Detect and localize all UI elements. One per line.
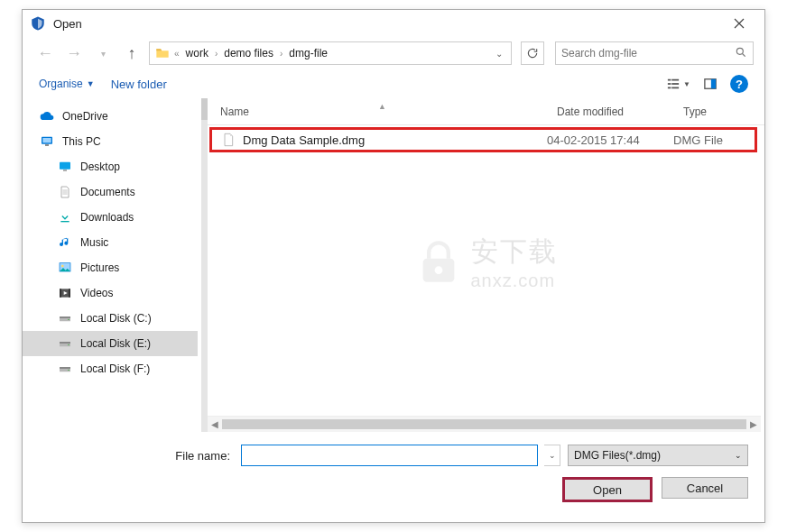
svg-point-0	[736, 48, 743, 54]
svg-rect-19	[69, 289, 70, 297]
svg-rect-21	[60, 316, 70, 318]
scroll-left-icon[interactable]: ◀	[208, 419, 222, 429]
search-box[interactable]	[555, 41, 754, 65]
window-title: Open	[53, 17, 721, 31]
tree-item-label: Desktop	[80, 161, 120, 173]
filename-row: File name: ⌄ DMG Files(*.dmg) ⌄	[23, 445, 748, 466]
watermark: 安下载 anxz.com	[415, 234, 558, 291]
tree-item-label: This PC	[62, 135, 101, 148]
download-icon	[57, 209, 73, 225]
filename-label: File name:	[23, 449, 234, 463]
splitter[interactable]	[199, 98, 208, 432]
organise-menu[interactable]: Organise ▼	[39, 78, 95, 90]
tree-item-music[interactable]: Music	[23, 230, 198, 255]
breadcrumb-item[interactable]: dmg-file	[285, 47, 331, 60]
breadcrumb[interactable]: « work › demo files › dmg-file ⌄	[149, 41, 512, 65]
disk-icon	[57, 361, 73, 377]
breadcrumb-item[interactable]: demo files	[220, 47, 277, 60]
tree-item-local-disk-e-[interactable]: Local Disk (E:)	[23, 331, 198, 356]
chevron-right-icon: ›	[212, 49, 220, 59]
nav-back-button[interactable]: ←	[33, 41, 57, 65]
folder-icon	[153, 45, 171, 61]
new-folder-button[interactable]: New folder	[111, 78, 167, 91]
nav-up-button[interactable]: ↑	[120, 41, 144, 65]
svg-point-16	[61, 265, 64, 268]
tree-item-videos[interactable]: Videos	[23, 280, 198, 306]
svg-rect-27	[60, 367, 70, 369]
button-row: Open Cancel	[23, 477, 748, 502]
tree-item-label: Pictures	[80, 261, 119, 274]
video-icon	[57, 285, 73, 301]
horizontal-scrollbar[interactable]: ◀ ▶	[208, 416, 761, 432]
file-type: DMG File	[673, 133, 755, 147]
column-name-label: Name	[220, 105, 249, 118]
open-button[interactable]: Open	[562, 477, 653, 502]
watermark-cn: 安下载	[471, 234, 558, 271]
titlebar: Open	[23, 10, 764, 37]
view-options-button[interactable]: ▼	[666, 78, 690, 90]
svg-rect-6	[671, 87, 679, 89]
file-row[interactable]: Dmg Data Sample.dmg04-02-2015 17:44DMG F…	[209, 127, 757, 152]
breadcrumb-item[interactable]: work	[182, 47, 212, 60]
filename-input[interactable]	[241, 445, 538, 466]
scrollbar-thumb[interactable]	[222, 419, 746, 429]
chevron-down-icon: ▼	[683, 80, 690, 88]
filename-history-dropdown[interactable]: ⌄	[544, 445, 560, 466]
picture-icon	[57, 260, 73, 276]
column-name[interactable]: ▲ Name	[208, 105, 557, 118]
cloud-icon	[39, 108, 55, 124]
svg-rect-11	[45, 144, 49, 145]
svg-point-28	[68, 370, 69, 371]
tree-item-label: Local Disk (F:)	[80, 362, 150, 375]
nav-recent-dropdown[interactable]: ▾	[91, 41, 115, 65]
tree-item-label: Videos	[80, 287, 113, 299]
tree-item-label: Music	[80, 236, 108, 249]
file-list-pane: ▲ Name Date modified Type Dmg Data Sampl…	[208, 98, 764, 432]
svg-rect-3	[668, 83, 671, 85]
tree-item-desktop[interactable]: Desktop	[23, 154, 198, 179]
file-name: Dmg Data Sample.dmg	[243, 133, 547, 147]
tree-item-documents[interactable]: Documents	[23, 179, 198, 205]
tree-item-local-disk-f-[interactable]: Local Disk (F:)	[23, 356, 198, 381]
svg-point-30	[434, 266, 442, 274]
tree-item-label: Local Disk (E:)	[80, 337, 151, 350]
disk-icon	[57, 335, 73, 352]
column-type[interactable]: Type	[683, 105, 764, 118]
chevron-right-icon: ›	[277, 49, 285, 59]
svg-rect-4	[671, 83, 679, 85]
tree-item-local-disk-c-[interactable]: Local Disk (C:)	[23, 306, 198, 331]
file-date: 04-02-2015 17:44	[547, 133, 673, 147]
scroll-right-icon[interactable]: ▶	[746, 419, 761, 429]
desktop-icon	[57, 159, 73, 175]
body: OneDriveThis PCDesktopDocumentsDownloads…	[23, 98, 764, 432]
navbar: ← → ▾ ↑ « work › demo files › dmg-file ⌄	[23, 37, 764, 69]
tree-item-label: Local Disk (C:)	[80, 312, 152, 325]
open-dialog: Open ← → ▾ ↑ « work › demo files › dmg-f…	[22, 9, 765, 523]
nav-forward-button[interactable]: →	[62, 41, 86, 65]
tree-item-downloads[interactable]: Downloads	[23, 205, 198, 230]
breadcrumb-prefix: «	[171, 49, 182, 59]
file-rows: Dmg Data Sample.dmg04-02-2015 17:44DMG F…	[208, 125, 764, 416]
list-header: ▲ Name Date modified Type	[208, 98, 764, 125]
tree-item-label: Documents	[80, 186, 135, 198]
organise-label: Organise	[39, 78, 83, 90]
svg-rect-8	[711, 79, 716, 89]
preview-pane-button[interactable]	[703, 78, 718, 90]
breadcrumb-dropdown-icon[interactable]: ⌄	[491, 49, 507, 59]
refresh-button[interactable]	[521, 41, 544, 65]
tree-item-this-pc[interactable]: This PC	[23, 129, 198, 154]
tree-item-pictures[interactable]: Pictures	[23, 255, 198, 280]
column-date[interactable]: Date modified	[557, 105, 683, 118]
close-button[interactable]	[721, 10, 757, 37]
cancel-button[interactable]: Cancel	[662, 477, 748, 499]
svg-rect-12	[60, 162, 70, 170]
search-input[interactable]	[561, 47, 735, 60]
help-button[interactable]: ?	[730, 75, 748, 93]
bottom-panel: File name: ⌄ DMG Files(*.dmg) ⌄ Open Can…	[23, 432, 764, 515]
search-icon[interactable]	[735, 46, 747, 61]
file-type-filter[interactable]: DMG Files(*.dmg) ⌄	[568, 445, 748, 466]
svg-rect-2	[671, 79, 679, 81]
doc-icon	[57, 184, 73, 200]
tree-item-onedrive[interactable]: OneDrive	[23, 104, 198, 129]
disk-icon	[57, 310, 73, 326]
